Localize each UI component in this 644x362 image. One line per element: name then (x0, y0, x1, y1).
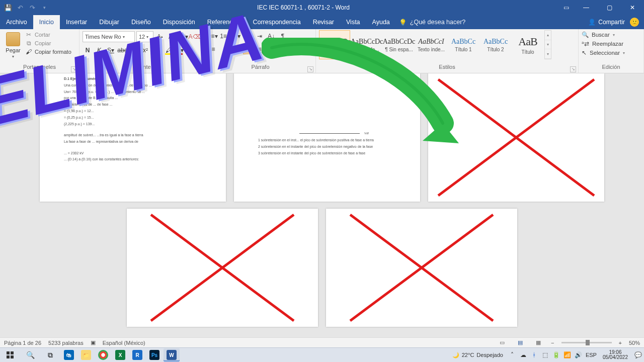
show-marks-button[interactable]: ¶ (278, 31, 288, 41)
input-language[interactable]: ESP (586, 352, 597, 358)
underline-button[interactable]: S▾ (106, 45, 116, 55)
line-spacing-button[interactable]: ‡≡▾ (255, 44, 265, 54)
expand-gallery-icon[interactable]: ▾ (545, 49, 551, 59)
status-word-count[interactable]: 5233 palabras (48, 340, 84, 346)
undo-icon[interactable]: ↶ (15, 3, 25, 13)
page-1[interactable]: D.1 Ejemplo numérico Una configuración d… (40, 73, 226, 202)
search-button[interactable]: 🔍 (20, 348, 40, 363)
superscript-button[interactable]: x² (140, 45, 150, 55)
onedrive-icon[interactable]: ☁ (519, 351, 527, 359)
dialog-launcher-icon[interactable]: ↘ (307, 66, 313, 72)
start-button[interactable] (0, 348, 20, 363)
style-normal[interactable]: AaBbCcDc¶ Normal (319, 30, 350, 59)
dialog-launcher-icon[interactable]: ↘ (71, 66, 77, 72)
wifi-icon[interactable]: 📶 (564, 351, 572, 359)
taskbar-app-chrome[interactable] (95, 348, 111, 361)
find-button[interactable]: 🔍Buscar ▾ (582, 31, 625, 38)
status-page[interactable]: Página 1 de 26 (4, 340, 41, 346)
align-right-button[interactable]: ≡ (231, 44, 242, 54)
taskbar-app-revit[interactable]: R (129, 348, 145, 361)
tab-revisar[interactable]: Revisar (307, 15, 340, 29)
minimize-button[interactable]: — (575, 0, 598, 15)
style-titulo1[interactable]: AaBbCcTítulo 1 (448, 30, 479, 59)
battery-icon[interactable]: 🔋 (552, 351, 560, 359)
style-sin-espaciado[interactable]: AaBbCcDc¶ Sin espa... (383, 30, 415, 59)
notifications-icon[interactable]: 💬 (634, 351, 642, 359)
select-button[interactable]: ↖Seleccionar ▾ (582, 49, 625, 56)
tab-ayuda[interactable]: Ayuda (366, 15, 396, 29)
justify-button[interactable]: ≣ (243, 44, 253, 54)
chevron-down-icon[interactable]: ▾ (545, 40, 551, 50)
share-button[interactable]: 👤 Compartir (588, 19, 625, 26)
account-avatar[interactable]: 🙂 (630, 18, 639, 27)
clock[interactable]: 19:06 05/04/2022 (600, 350, 631, 360)
shading-button[interactable]: ◧▾ (266, 44, 276, 54)
dialog-launcher-icon[interactable]: ↘ (197, 66, 203, 72)
tab-diseno[interactable]: Diseño (125, 15, 157, 29)
task-view-button[interactable]: ⧉ (40, 348, 60, 363)
bullets-button[interactable]: •≡▾ (208, 31, 218, 41)
zoom-level[interactable]: 50% (629, 340, 640, 346)
dialog-launcher-icon[interactable]: ↘ (570, 66, 576, 72)
sort-button[interactable]: A↓ (266, 31, 276, 41)
taskbar-app-word[interactable]: W (164, 348, 180, 361)
grow-font-button[interactable]: A▴ (155, 32, 165, 42)
styles-scroll[interactable]: ▴▾▾ (544, 30, 551, 59)
tab-disposicion[interactable]: Disposición (157, 15, 201, 29)
tab-referencias[interactable]: Referencias (201, 15, 247, 29)
italic-button[interactable]: K (94, 45, 104, 55)
font-size-combo[interactable]: 12▾ (136, 31, 153, 42)
shrink-font-button[interactable]: A▾ (167, 32, 177, 42)
tab-insertar[interactable]: Insertar (60, 15, 93, 29)
zoom-in-button[interactable]: + (619, 340, 622, 346)
tell-me-search[interactable]: 💡 ¿Qué desea hacer? (399, 15, 466, 29)
zoom-slider[interactable] (561, 342, 612, 343)
align-left-button[interactable]: ≡ (208, 44, 218, 54)
numbering-button[interactable]: 1≡▾ (220, 31, 230, 41)
zoom-out-button[interactable]: − (551, 340, 554, 346)
clear-formatting-button[interactable]: A⌫ (190, 32, 200, 42)
tab-archivo[interactable]: Archivo (0, 15, 33, 29)
strikethrough-button[interactable]: abc (117, 45, 127, 55)
chevron-up-icon[interactable]: ▴ (545, 31, 551, 40)
tab-vista[interactable]: Vista (340, 15, 366, 29)
taskbar-app-store[interactable]: 🛍 (61, 348, 77, 361)
font-family-combo[interactable]: Times New Ro▾ (83, 31, 135, 42)
ribbon-display-options-icon[interactable]: ▭ (557, 0, 575, 15)
borders-button[interactable]: ▦▾ (278, 44, 288, 54)
style-titulo[interactable]: AaBTítulo (512, 30, 543, 59)
subscript-button[interactable]: x₂ (129, 45, 139, 55)
increase-indent-button[interactable]: ⇥ (255, 31, 265, 41)
multilevel-list-button[interactable]: ≣▾ (231, 31, 242, 41)
touchpad-icon[interactable]: ⬚ (541, 351, 549, 359)
paste-button[interactable]: Pegar ▾ (3, 31, 23, 59)
proofing-icon[interactable]: ▣ (91, 339, 96, 346)
page-5[interactable] (326, 209, 517, 327)
bluetooth-icon[interactable]: ᚼ (530, 351, 538, 359)
weather-widget[interactable]: 🌙 22°C Despejado (452, 352, 503, 358)
page-2[interactable]: Vdf 1 sobretensión en el inst... el pico… (234, 73, 420, 202)
save-icon[interactable]: 💾 (3, 3, 13, 13)
maximize-button[interactable]: ▢ (598, 0, 621, 15)
tab-inicio[interactable]: Inicio (33, 15, 60, 29)
style-parrafo[interactable]: AaBbCcDc¶ Párrafo... (351, 30, 382, 59)
status-language[interactable]: Español (México) (103, 340, 145, 346)
print-layout-button[interactable]: ▤ (515, 339, 526, 347)
change-case-button[interactable]: Aa▾ (178, 32, 188, 42)
document-area[interactable]: D.1 Ejemplo numérico Una configuración d… (0, 73, 644, 337)
style-titulo2[interactable]: AaBbCcTítulo 2 (480, 30, 511, 59)
qat-customize-icon[interactable]: ▾ (39, 3, 49, 13)
replace-button[interactable]: ᵃ⇄Reemplazar (582, 40, 625, 47)
redo-icon[interactable]: ↷ (27, 3, 37, 13)
font-color-button[interactable]: A▾ (175, 45, 185, 55)
align-center-button[interactable]: ≡ (220, 44, 230, 54)
taskbar-app-explorer[interactable]: 📁 (78, 348, 94, 361)
web-layout-button[interactable]: ▦ (533, 339, 544, 347)
page-4[interactable] (127, 209, 318, 327)
styles-gallery[interactable]: AaBbCcDc¶ Normal AaBbCcDc¶ Párrafo... Aa… (319, 30, 551, 61)
taskbar-app-excel[interactable]: X (112, 348, 128, 361)
page-3[interactable] (428, 73, 604, 202)
close-button[interactable]: ✕ (621, 0, 644, 15)
decrease-indent-button[interactable]: ⇤ (243, 31, 253, 41)
style-texto-inde[interactable]: AaBbCcITexto inde... (416, 30, 447, 59)
